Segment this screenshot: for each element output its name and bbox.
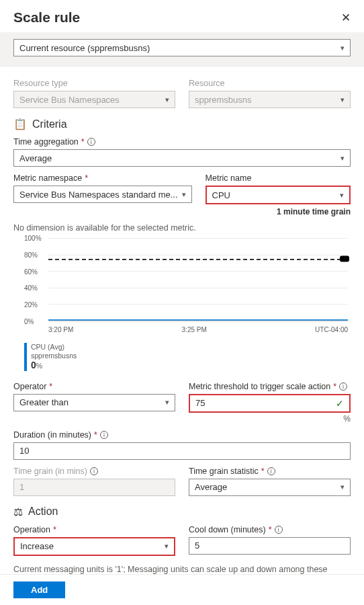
- x-tick: 3:25 PM: [182, 326, 207, 333]
- resource-type-select: Service Bus Namespaces ▾: [13, 91, 175, 108]
- y-tick: 60%: [24, 268, 38, 275]
- time-aggregation-label: Time aggregation* i: [13, 137, 351, 147]
- criteria-heading: 📋 Criteria: [13, 118, 351, 130]
- time-grain-mins-label: Time grain (in mins) i: [13, 467, 175, 476]
- cooldown-label: Cool down (minutes)* i: [189, 525, 351, 534]
- info-icon[interactable]: i: [100, 431, 108, 439]
- threshold-highlight: 75 ✓: [189, 394, 351, 413]
- threshold-label: Metric threshold to trigger scale action…: [189, 382, 351, 391]
- cooldown-input[interactable]: 5: [189, 537, 351, 555]
- y-tick: 20%: [24, 301, 38, 309]
- x-tick: 3:20 PM: [48, 326, 73, 333]
- timezone-label: UTC-04:00: [315, 326, 348, 333]
- add-button[interactable]: Add: [13, 581, 65, 598]
- threshold-unit: %: [189, 414, 351, 424]
- chevron-down-icon: ▾: [340, 44, 345, 52]
- footer: Add: [0, 574, 364, 605]
- resource-label: Resource: [189, 79, 351, 88]
- chevron-down-icon: ▾: [340, 95, 345, 104]
- metric-name-highlight: CPU ▾: [206, 186, 351, 204]
- scale-icon: ⚖: [13, 506, 23, 518]
- y-tick: 100%: [24, 235, 42, 242]
- chevron-down-icon: ▾: [182, 190, 186, 199]
- info-icon[interactable]: i: [339, 382, 347, 391]
- time-grain-stat-select[interactable]: Average ▾: [189, 479, 351, 496]
- series-line: [48, 319, 348, 321]
- operator-label: Operator*: [13, 382, 175, 391]
- scope-value: Current resource (sppremsbusns): [19, 43, 150, 53]
- chevron-down-icon: ▾: [340, 154, 345, 163]
- info-icon[interactable]: i: [275, 526, 283, 534]
- info-icon[interactable]: i: [267, 467, 275, 475]
- info-icon[interactable]: i: [87, 138, 95, 146]
- chart-legend: CPU (Avg) sppremsbusns 0%: [24, 343, 351, 371]
- duration-label: Duration (in minutes)* i: [13, 430, 351, 440]
- chevron-down-icon: ▾: [340, 191, 344, 200]
- operation-label: Operation*: [13, 525, 175, 534]
- time-grain-hint: 1 minute time grain: [206, 207, 351, 216]
- duration-input[interactable]: 10: [13, 442, 351, 460]
- resource-select: sppremsbusns ▾: [189, 91, 351, 108]
- chevron-down-icon: ▾: [165, 398, 169, 407]
- metric-namespace-label: Metric namespace*: [13, 173, 192, 183]
- legend-resource: sppremsbusns: [31, 352, 77, 360]
- scale-rule-panel: Scale rule ✕ Current resource (sppremsbu…: [0, 0, 364, 587]
- chevron-down-icon: ▾: [165, 95, 169, 104]
- check-icon: ✓: [336, 398, 344, 409]
- y-tick: 40%: [24, 284, 38, 292]
- action-heading: ⚖ Action: [13, 506, 351, 518]
- panel-title: Scale rule: [13, 9, 80, 26]
- legend-metric: CPU (Avg): [31, 343, 77, 352]
- threshold-line: [48, 259, 348, 260]
- operation-highlight: Increase ▾: [13, 537, 175, 556]
- clipboard-icon: 📋: [13, 118, 27, 130]
- metric-name-label: Metric name: [206, 173, 351, 183]
- threshold-input[interactable]: 75 ✓: [190, 395, 349, 411]
- metric-name-select[interactable]: CPU ▾: [207, 187, 349, 203]
- metric-chart: 100% 80% 60% 40% 20% 0% 3:20 PM 3:25 PM: [13, 238, 351, 337]
- operator-select[interactable]: Greater than ▾: [13, 394, 175, 411]
- resource-type-label: Resource type: [13, 79, 175, 88]
- threshold-marker: [340, 255, 349, 261]
- time-grain-mins-input: 1: [13, 479, 175, 496]
- no-dimension-text: No dimension is available for the select…: [13, 223, 351, 233]
- y-tick: 0%: [24, 318, 34, 325]
- operation-select[interactable]: Increase ▾: [15, 538, 174, 555]
- metric-namespace-select[interactable]: Service Bus Namespaces standard me... ▾: [13, 186, 192, 203]
- time-aggregation-select[interactable]: Average ▾: [13, 149, 351, 167]
- chevron-down-icon: ▾: [165, 542, 169, 551]
- y-tick: 80%: [24, 251, 38, 258]
- scope-select[interactable]: Current resource (sppremsbusns) ▾: [13, 39, 351, 56]
- chevron-down-icon: ▾: [340, 483, 345, 491]
- legend-value: 0: [31, 360, 36, 370]
- info-icon[interactable]: i: [90, 467, 98, 475]
- close-icon[interactable]: ✕: [341, 11, 351, 25]
- time-grain-stat-label: Time grain statistic* i: [189, 467, 351, 476]
